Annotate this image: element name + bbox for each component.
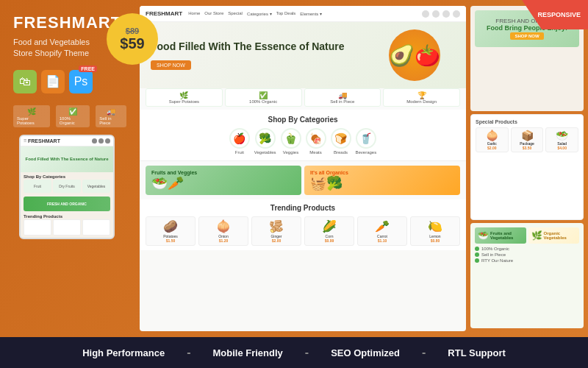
right-banner-2: 🌿 Organic Vegetables <box>528 227 580 244</box>
promo-banners: Fruits and Veggies 🥗🥕 It's all Organics … <box>140 161 466 199</box>
right-panel: FRESH AND ORGANIC Food Bring People Enjo… <box>470 0 588 337</box>
cat-veggies[interactable]: 🫑 Veggies <box>281 128 301 155</box>
nav-store[interactable]: Our Store <box>204 11 223 16</box>
mobile-trending-title: Trending Products <box>21 213 113 219</box>
cat-veg-icon: 🥦 <box>255 128 276 149</box>
nav-home[interactable]: Home <box>188 11 200 16</box>
nav-deals[interactable]: Top Deals <box>276 11 296 16</box>
hero-title: Food Filled With The Essence of Nature <box>151 40 381 53</box>
mobile-header-icons <box>92 138 110 144</box>
tech-icons-row: 🛍 📄 Ps FREE <box>13 70 126 93</box>
feature-high-performance: High Performance <box>82 347 165 358</box>
price-old: $89 <box>126 26 139 35</box>
hero-text-block: Food Filled With The Essence of Nature S… <box>151 40 381 71</box>
feature-tag-delivery: 🚚 Sell in Piece <box>96 105 126 127</box>
mobile-icon-3 <box>105 138 110 144</box>
special-product-3[interactable]: 🥗 Salad $4.00 <box>545 127 578 152</box>
trending-title: Trending Products <box>146 204 460 212</box>
price-new: $59 <box>120 35 144 52</box>
desk-feat-4: 🏆 Modern Design <box>383 88 460 107</box>
desk-feat-3: 🚚 Sell in Piece <box>304 88 381 107</box>
desktop-brand: FRESHMART <box>146 10 182 17</box>
divider-3: - <box>422 346 426 359</box>
mobile-icon-2 <box>98 138 104 144</box>
trending-section: Trending Products 🥔 Potatoes $1.50 🧅 Oni… <box>140 199 466 250</box>
divider-1: - <box>187 346 190 359</box>
user-icon[interactable] <box>432 10 440 18</box>
desktop-topbar: FRESHMART Home Our Store Special Categor… <box>140 6 466 22</box>
hero-image: 🥑🍅 <box>381 26 455 85</box>
hero-shop-btn[interactable]: SHOP NOW <box>151 60 191 70</box>
mobile-section-title: Shop By Categories <box>21 172 113 180</box>
mobile-products <box>21 219 113 238</box>
product-card-1[interactable]: 🥔 Potatoes $1.50 <box>146 216 196 246</box>
mobile-product-1 <box>24 219 51 236</box>
mobile-preview: ☰ FRESHMART Food Filled With The Essence… <box>19 135 115 239</box>
cat-breads[interactable]: 🍞 Breads <box>331 128 351 155</box>
desktop-features-row: 🌿 Super Potatoes ✅ 100% Organic 🚚 Sell i… <box>140 88 466 110</box>
cat-meats[interactable]: 🍖 Meats <box>306 128 326 155</box>
product-card-5[interactable]: 🥕 Carrot $1.10 <box>357 216 407 246</box>
desk-feat-1: 🌿 Super Potatoes <box>146 88 223 107</box>
mobile-cat-3: Vegetables <box>82 180 110 193</box>
mobile-product-3 <box>82 219 110 236</box>
desktop-topbar-icons <box>422 10 460 18</box>
mobile-cat-1: Fruit <box>24 180 51 193</box>
feature-tags: 🌿 Super Potatoes ✅ 100% Organic 🚚 Sell i… <box>13 105 126 127</box>
feature-rtl-support: RTL Support <box>448 347 505 358</box>
mobile-hero: Food Filled With The Essence of Nature <box>21 146 113 172</box>
categories-section: Shop By Categories 🍎 Fruit 🥦 Vegetables … <box>140 110 466 161</box>
nav-special[interactable]: Special <box>228 11 243 16</box>
special-products-row: 🧅 Garlic $2.00 📦 Package $3.50 🥗 Salad $… <box>476 127 578 152</box>
special-product-2[interactable]: 📦 Package $3.50 <box>511 127 544 152</box>
categories-row: 🍎 Fruit 🥦 Vegetables 🫑 Veggies 🍖 Meats <box>147 128 459 155</box>
nav-elements[interactable]: Elements ▾ <box>300 11 322 16</box>
feature-mobile-friendly: Mobile Friendly <box>212 347 282 358</box>
cart-icon[interactable] <box>442 10 450 18</box>
desk-feat-2: ✅ 100% Organic <box>225 88 302 107</box>
bottom-bar: High Performance - Mobile Friendly - SEO… <box>0 337 588 368</box>
nav-categories[interactable]: Categories ▾ <box>247 11 272 16</box>
ps-icon-wrapper: Ps FREE <box>69 70 93 93</box>
cat-bev-icon: 🥤 <box>356 128 376 149</box>
right-special-title: Special Products <box>476 119 578 124</box>
product-card-6[interactable]: 🍋 Lemon $0.80 <box>410 216 460 246</box>
right-features-mini: 100% Organic Sell in Piece RTY Our Natur… <box>475 247 579 263</box>
ps-icon: Ps FREE <box>69 70 93 93</box>
mobile-icon-1 <box>92 138 97 144</box>
promo-banner-1[interactable]: Fruits and Veggies 🥗🥕 <box>146 166 301 195</box>
product-card-2[interactable]: 🧅 Onion $1.20 <box>198 216 248 246</box>
right-banners-section: 🥗 Fruits and Vegetables 🌿 Organic Vegeta… <box>470 223 584 328</box>
product-card-3[interactable]: 🫚 Ginger $2.00 <box>251 216 301 246</box>
doc-icon: 📄 <box>41 70 65 93</box>
cat-meats-icon: 🍖 <box>306 128 326 149</box>
special-product-1[interactable]: 🧅 Garlic $2.00 <box>476 127 509 152</box>
cat-fruit[interactable]: 🍎 Fruit <box>229 128 250 155</box>
wishlist-icon[interactable] <box>453 10 460 18</box>
right-feature-2: Sell in Piece <box>475 252 579 257</box>
mobile-product-2 <box>53 219 81 236</box>
mobile-cat-2: Dry Fruits <box>53 180 81 193</box>
fruit-graphic: 🥑🍅 <box>389 29 440 81</box>
feature-dot-1 <box>475 247 479 251</box>
cat-beverages[interactable]: 🥤 Beverages <box>356 128 377 155</box>
divider-2: - <box>305 346 309 359</box>
trending-row: 🥔 Potatoes $1.50 🧅 Onion $1.20 🫚 Ginger … <box>146 216 460 246</box>
feature-dot-3 <box>475 258 479 263</box>
right-feature-1: 100% Organic <box>475 247 579 251</box>
right-shop-btn[interactable]: SHOP NOW <box>510 32 543 40</box>
feature-dot-2 <box>475 252 479 257</box>
right-banners-row: 🥗 Fruits and Vegetables 🌿 Organic Vegeta… <box>475 227 579 244</box>
promo-banner-2[interactable]: It's all Organics 🧺🥦 <box>304 166 460 195</box>
mobile-promo: FRESH AND ORGANIC <box>24 197 110 211</box>
cat-vegetables[interactable]: 🥦 Vegetables <box>254 128 276 155</box>
desktop-nav: Home Our Store Special Categories ▾ Top … <box>188 11 416 16</box>
feature-tag-sell: ✅ 100% Organic <box>56 105 90 127</box>
mobile-categories: Fruit Dry Fruits Vegetables <box>21 180 113 195</box>
cat-fruit-icon: 🍎 <box>229 128 250 149</box>
mobile-header: ☰ FRESHMART <box>21 136 113 146</box>
product-card-4[interactable]: 🌽 Corn $0.99 <box>304 216 354 246</box>
desktop-preview: FRESHMART Home Our Store Special Categor… <box>140 6 466 331</box>
search-icon[interactable] <box>422 10 429 18</box>
categories-title: Shop By Categories <box>147 116 459 124</box>
